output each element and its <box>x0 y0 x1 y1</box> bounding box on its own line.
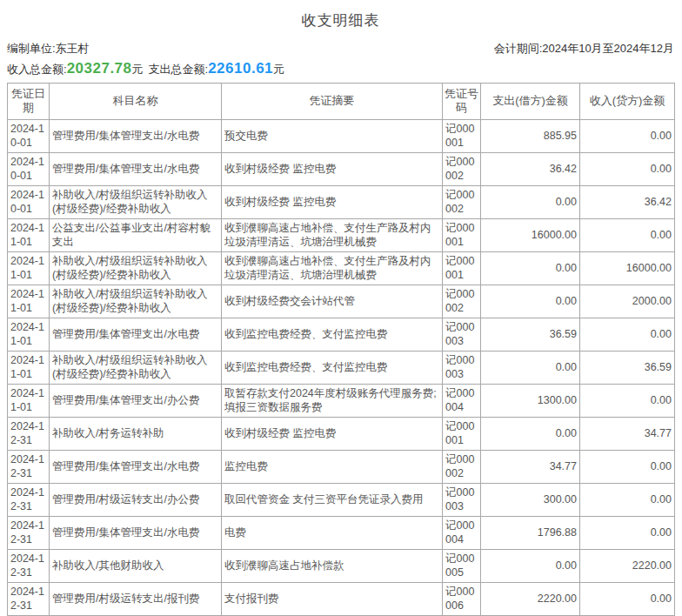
cell-voucher-date: 2024-12-31 <box>8 450 50 483</box>
table-row: 2024-12-31 管理费用/集体管理支出/水电费 电费 记000004 17… <box>8 516 675 549</box>
page-title: 收支明细表 <box>7 10 674 30</box>
cell-subject-name: 管理费用/集体管理支出/水电费 <box>50 152 222 185</box>
cell-voucher-date: 2024-12-31 <box>8 417 50 450</box>
cell-voucher-date: 2024-12-31 <box>8 516 50 549</box>
table-row: 2024-12-31 管理费用/村级运转支出/报刊费 支付报刊费 记000006… <box>8 582 675 615</box>
cell-debit-amount: 0.00 <box>481 251 580 285</box>
cell-voucher-number: 记000002 <box>443 152 481 185</box>
income-expense-detail-table: 凭证日期 科目名称 凭证摘要 凭证号码 支出(借方)金额 收入(贷方)金额 20… <box>7 83 675 616</box>
table-row: 2024-12-31 管理费用/村级运转支出/办公费 取回代管资金 支付三资平台… <box>8 483 675 516</box>
cell-credit-amount: 0.00 <box>580 152 675 185</box>
expense-total-value: 22610.61 <box>208 60 273 77</box>
table-row: 2024-11-01 管理费用/集体管理支出/水电费 收到监控电费经费、支付监控… <box>8 318 675 351</box>
table-row: 2024-12-31 管理费用/集体管理支出/水电费 监控电费 记000002 … <box>8 450 675 483</box>
table-header-row: 凭证日期 科目名称 凭证摘要 凭证号码 支出(借方)金额 收入(贷方)金额 <box>8 84 675 120</box>
cell-subject-name: 补助收入/村级组织运转补助收入(村级经费)/经费补助收入 <box>50 285 222 318</box>
cell-voucher-date: 2024-10-01 <box>8 185 50 218</box>
cell-voucher-number: 记000006 <box>443 582 481 615</box>
table-row: 2024-10-01 管理费用/集体管理支出/水电费 预交电费 记000001 … <box>8 119 675 152</box>
cell-debit-amount: 16000.00 <box>481 218 580 251</box>
income-total-value: 20327.78 <box>67 60 132 77</box>
cell-voucher-summary: 预交电费 <box>222 119 443 152</box>
cell-voucher-date: 2024-11-01 <box>8 351 50 384</box>
cell-subject-name: 管理费用/集体管理支出/水电费 <box>50 450 222 483</box>
cell-credit-amount: 0.00 <box>580 218 675 251</box>
table-row: 2024-11-01 管理费用/集体管理支出/办公费 取暂存款支付2024年度村… <box>8 384 675 417</box>
cell-credit-amount: 2220.00 <box>580 549 675 582</box>
cell-debit-amount: 885.95 <box>481 119 580 152</box>
col-header-voucher-date: 凭证日期 <box>8 84 50 120</box>
cell-voucher-summary: 收到监控电费经费、支付监控电费 <box>222 318 443 351</box>
cell-credit-amount: 0.00 <box>580 318 675 351</box>
cell-debit-amount: 0.00 <box>481 417 580 450</box>
cell-subject-name: 管理费用/集体管理支出/水电费 <box>50 318 222 351</box>
cell-credit-amount: 2000.00 <box>580 285 675 318</box>
cell-subject-name: 补助收入/村级组织运转补助收入(村级经费)/经费补助收入 <box>50 351 222 384</box>
cell-voucher-date: 2024-12-31 <box>8 483 50 516</box>
cell-voucher-summary: 收到村级经费 监控电费 <box>222 185 443 218</box>
cell-voucher-summary: 收到村级经费 监控电费 <box>222 152 443 185</box>
cell-credit-amount: 0.00 <box>580 516 675 549</box>
cell-debit-amount: 0.00 <box>481 185 580 218</box>
cell-voucher-number: 记000003 <box>443 318 481 351</box>
cell-credit-amount: 16000.00 <box>580 251 675 285</box>
cell-voucher-number: 记000003 <box>443 351 481 384</box>
col-header-debit-amount: 支出(借方)金额 <box>481 84 580 120</box>
cell-debit-amount: 0.00 <box>481 351 580 384</box>
cell-credit-amount: 0.00 <box>580 384 675 417</box>
cell-subject-name: 管理费用/集体管理支出/办公费 <box>50 384 222 417</box>
cell-voucher-summary: 支付报刊费 <box>222 582 443 615</box>
cell-voucher-summary: 取回代管资金 支付三资平台凭证录入费用 <box>222 483 443 516</box>
cell-credit-amount: 36.42 <box>580 185 675 218</box>
cell-debit-amount: 36.42 <box>481 152 580 185</box>
cell-voucher-date: 2024-11-01 <box>8 218 50 251</box>
cell-voucher-summary: 电费 <box>222 516 443 549</box>
income-total-unit: 元 <box>132 62 144 77</box>
cell-subject-name: 管理费用/集体管理支出/水电费 <box>50 119 222 152</box>
cell-subject-name: 补助收入/村级组织运转补助收入(村级经费)/经费补助收入 <box>50 185 222 218</box>
cell-voucher-number: 记000003 <box>443 483 481 516</box>
col-header-voucher-number: 凭证号码 <box>443 84 481 120</box>
cell-subject-name: 管理费用/集体管理支出/水电费 <box>50 516 222 549</box>
cell-voucher-number: 记000001 <box>443 218 481 251</box>
cell-voucher-date: 2024-11-01 <box>8 384 50 417</box>
cell-voucher-date: 2024-10-01 <box>8 152 50 185</box>
accounting-period: 会计期间:2024年10月至2024年12月 <box>494 41 674 57</box>
cell-debit-amount: 0.00 <box>481 549 580 582</box>
cell-voucher-number: 记000001 <box>443 119 481 152</box>
income-total-label: 收入总金额: <box>7 62 67 77</box>
cell-voucher-number: 记000001 <box>443 251 481 285</box>
cell-voucher-number: 记000005 <box>443 549 481 582</box>
cell-credit-amount: 0.00 <box>580 450 675 483</box>
cell-voucher-summary: 收到村级经费 监控电费 <box>222 417 443 450</box>
cell-subject-name: 补助收入/村务运转补助 <box>50 417 222 450</box>
cell-subject-name: 管理费用/村级运转支出/报刊费 <box>50 582 222 615</box>
cell-debit-amount: 1796.88 <box>481 516 580 549</box>
expense-total-unit: 元 <box>273 62 284 77</box>
expense-total-label: 支出总金额: <box>149 62 209 77</box>
cell-subject-name: 补助收入/村级组织运转补助收入(村级经费)/经费补助收入 <box>50 251 222 285</box>
table-row: 2024-11-01 补助收入/村级组织运转补助收入(村级经费)/经费补助收入 … <box>8 251 675 285</box>
table-row: 2024-12-31 补助收入/村务运转补助 收到村级经费 监控电费 记0000… <box>8 417 675 450</box>
table-row: 2024-11-01 补助收入/村级组织运转补助收入(村级经费)/经费补助收入 … <box>8 285 675 318</box>
cell-voucher-number: 记000002 <box>443 285 481 318</box>
cell-voucher-date: 2024-12-31 <box>8 582 50 615</box>
cell-voucher-summary: 监控电费 <box>222 450 443 483</box>
cell-debit-amount: 0.00 <box>481 285 580 318</box>
cell-voucher-date: 2024-11-01 <box>8 318 50 351</box>
cell-voucher-summary: 收到村级经费交会计站代管 <box>222 285 443 318</box>
cell-credit-amount: 0.00 <box>580 582 675 615</box>
prepared-by-unit: 编制单位:东王村 <box>7 41 90 57</box>
col-header-voucher-summary: 凭证摘要 <box>222 84 443 120</box>
cell-subject-name: 管理费用/村级运转支出/办公费 <box>50 483 222 516</box>
cell-voucher-number: 记000001 <box>443 417 481 450</box>
table-row: 2024-12-31 补助收入/其他财助收入 收到濮聊高速占地补偿款 记0000… <box>8 549 675 582</box>
cell-debit-amount: 34.77 <box>481 450 580 483</box>
table-row: 2024-10-01 补助收入/村级组织运转补助收入(村级经费)/经费补助收入 … <box>8 185 675 218</box>
cell-voucher-date: 2024-12-31 <box>8 549 50 582</box>
cell-subject-name: 补助收入/其他财助收入 <box>50 549 222 582</box>
cell-voucher-number: 记000002 <box>443 450 481 483</box>
col-header-credit-amount: 收入(贷方)金额 <box>580 84 675 120</box>
col-header-subject-name: 科目名称 <box>50 84 222 120</box>
cell-voucher-summary: 收到濮聊高速占地补偿、支付生产路及村内垃圾清理清运、坑塘治理机械费 <box>222 251 443 285</box>
